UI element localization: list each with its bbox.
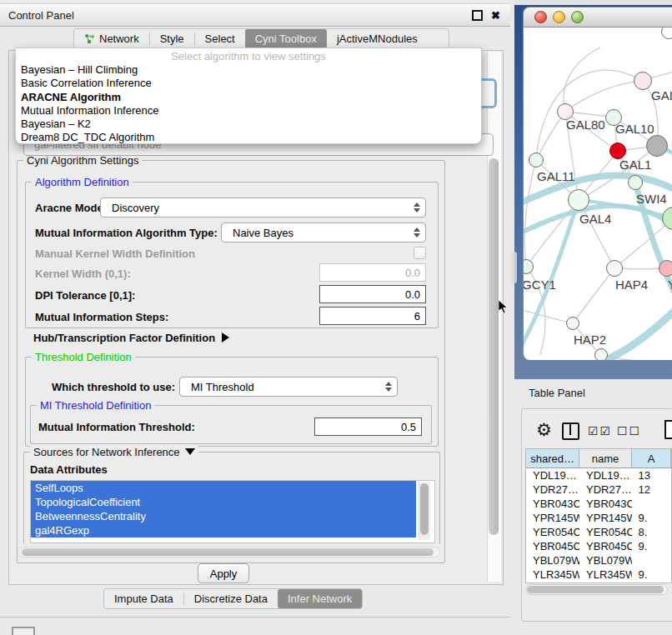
node-label: HAP2 bbox=[574, 332, 606, 347]
tab-cyni-toolbox[interactable]: Cyni Toolbox bbox=[245, 29, 327, 48]
deselect-all-icon[interactable]: ☐☐ bbox=[617, 424, 641, 438]
table-row[interactable]: YLR345WYLR345W9. bbox=[526, 568, 671, 582]
table-cell: YBL079W bbox=[579, 553, 632, 568]
attribute-item[interactable]: SelfLoops bbox=[31, 481, 416, 495]
column-header[interactable]: name bbox=[579, 449, 632, 468]
algorithm-option[interactable]: Basic Correlation Inference bbox=[16, 77, 481, 90]
split-view-icon[interactable] bbox=[562, 422, 579, 440]
table-cell: YPR145W bbox=[526, 511, 579, 525]
apply-button[interactable]: Apply bbox=[198, 563, 249, 583]
network-canvas[interactable]: GALGAL80GAL10GAL1GAL11SWI4GAL4GCY1HAP4YH… bbox=[523, 28, 672, 360]
bottom-tab-infer-network[interactable]: Infer Network bbox=[278, 589, 362, 608]
attribute-item[interactable]: TopologicalCoefficient bbox=[31, 495, 416, 509]
network-node-swi4[interactable] bbox=[628, 175, 643, 190]
manual-kernel-checkbox[interactable] bbox=[414, 247, 426, 259]
network-node-hap2[interactable] bbox=[566, 317, 579, 330]
settings-horizontal-scrollbar-thumb[interactable] bbox=[22, 548, 434, 556]
minimize-traffic-light-icon[interactable] bbox=[553, 11, 565, 23]
table-cell: 9 bbox=[632, 582, 671, 583]
network-window-titlebar[interactable] bbox=[523, 7, 672, 28]
network-node-gal11[interactable] bbox=[529, 152, 544, 168]
sources-legend-toggle[interactable]: Sources for Network Inference bbox=[30, 446, 198, 458]
node-label: GAL1 bbox=[619, 158, 651, 172]
aracne-mode-combo[interactable]: Discovery bbox=[100, 198, 426, 218]
column-header[interactable]: A bbox=[632, 449, 671, 468]
network-edge bbox=[564, 48, 600, 112]
hub-section-toggle[interactable]: Hub/Transcription Factor Definition bbox=[33, 332, 229, 344]
mi-steps-field[interactable] bbox=[319, 307, 426, 325]
manual-kernel-label: Manual Kernel Width Definition bbox=[35, 248, 195, 260]
tab-label: Select bbox=[205, 32, 235, 45]
tab-select[interactable]: Select bbox=[195, 29, 245, 48]
network-node[interactable] bbox=[646, 135, 668, 157]
network-node-gal[interactable] bbox=[634, 72, 652, 90]
mi-type-combo[interactable]: Naive Bayes bbox=[221, 222, 426, 242]
dpi-tolerance-field[interactable] bbox=[319, 285, 426, 303]
table-row[interactable]: YBR043CYBR043C bbox=[526, 497, 671, 511]
node-label: HAP4 bbox=[615, 278, 648, 292]
table-row[interactable]: YPR145WYPR145W9. bbox=[526, 511, 671, 525]
split-pane-grip[interactable] bbox=[511, 252, 517, 283]
zoom-traffic-light-icon[interactable] bbox=[571, 11, 584, 23]
close-icon[interactable]: ✖ bbox=[491, 9, 500, 22]
table-cell: 9. bbox=[632, 511, 671, 525]
table-row[interactable]: YDR27…YDR27…12 bbox=[526, 482, 671, 497]
node-label: GAL80 bbox=[566, 118, 605, 132]
network-node-y[interactable] bbox=[659, 260, 672, 277]
tab-label: Infer Network bbox=[288, 592, 352, 605]
table-row[interactable]: YDL19…YDL19…13 bbox=[526, 468, 671, 482]
dpi-tolerance-label: DPI Tolerance [0,1]: bbox=[35, 289, 135, 302]
tab-style[interactable]: Style bbox=[150, 29, 194, 48]
bottom-tab-impute-data[interactable]: Impute Data bbox=[104, 589, 183, 608]
attributes-scrollbar-thumb[interactable] bbox=[420, 483, 429, 535]
tab-network[interactable]: Network bbox=[74, 29, 149, 48]
table-cell: 9. bbox=[632, 539, 671, 553]
aracne-mode-value: Discovery bbox=[101, 202, 409, 214]
data-attributes-list: SelfLoopsTopologicalCoefficientBetweenne… bbox=[30, 480, 435, 543]
data-attributes-label: Data Attributes bbox=[30, 463, 108, 476]
tab-label: jActiveMNodules bbox=[337, 32, 418, 45]
gear-icon[interactable]: ⚙ bbox=[536, 420, 552, 440]
algorithm-option[interactable]: ARACNE Algorithm bbox=[16, 91, 481, 104]
select-all-icon[interactable]: ☑☑ bbox=[588, 424, 612, 438]
algorithm-option[interactable]: Mutual Information Inference bbox=[16, 104, 481, 118]
column-header[interactable]: shared… bbox=[526, 449, 579, 468]
tab-label: Style bbox=[160, 32, 184, 45]
table-cell: YBL079W bbox=[526, 553, 579, 568]
kernel-width-field[interactable] bbox=[319, 263, 426, 282]
algorithm-option[interactable]: Bayesian – Hill Climbing bbox=[16, 63, 481, 77]
node-label: Y bbox=[668, 278, 672, 292]
stepper-icon bbox=[409, 223, 425, 242]
table-horizontal-scrollbar-thumb[interactable] bbox=[527, 586, 664, 593]
algorithm-option[interactable]: Bayesian – K2 bbox=[16, 118, 481, 131]
mi-threshold-field[interactable] bbox=[314, 418, 422, 436]
minimized-panel-icon[interactable] bbox=[12, 627, 35, 635]
tab-label: Cyni Toolbox bbox=[255, 32, 317, 45]
control-panel-tabs: NetworkStyleSelectCyni ToolboxjActiveMNo… bbox=[73, 28, 449, 49]
bottom-tab-discretize-data[interactable]: Discretize Data bbox=[184, 589, 278, 608]
which-threshold-combo[interactable]: MI Threshold bbox=[179, 377, 398, 397]
settings-vertical-scrollbar-thumb[interactable] bbox=[489, 158, 499, 535]
network-node-gal1[interactable] bbox=[609, 142, 626, 159]
attribute-item[interactable]: BetweennessCentrality bbox=[31, 509, 416, 523]
node-label: GAL4 bbox=[579, 212, 611, 226]
table-row[interactable]: YBR045CYBR045C9. bbox=[526, 539, 671, 553]
algorithm-option[interactable]: Dream8 DC_TDC Algorithm bbox=[16, 131, 481, 144]
tab-jactivemnodules[interactable]: jActiveMNodules bbox=[327, 29, 428, 48]
mi-type-label: Mutual Information Algorithm Type: bbox=[35, 227, 218, 239]
table-cell: YER054C bbox=[579, 525, 632, 539]
attribute-item[interactable]: gal4RGexp bbox=[31, 523, 416, 538]
network-node[interactable] bbox=[594, 348, 608, 360]
new-table-icon[interactable] bbox=[664, 420, 672, 439]
network-node-gal4[interactable] bbox=[568, 189, 589, 211]
which-threshold-label: Which threshold to use: bbox=[52, 381, 175, 393]
node-label: GCY1 bbox=[523, 278, 556, 292]
close-traffic-light-icon[interactable] bbox=[534, 11, 547, 23]
network-node-hap4[interactable] bbox=[606, 260, 623, 277]
network-edge bbox=[524, 160, 536, 267]
table-row[interactable]: YER054CYER054C8. bbox=[526, 525, 671, 539]
float-window-icon[interactable] bbox=[472, 10, 483, 21]
table-body: YDL19…YDL19…13YDR27…YDR27…12YBR043CYBR04… bbox=[526, 468, 671, 583]
table-row[interactable]: YIL052CYIL052C9 bbox=[526, 582, 671, 583]
table-row[interactable]: YBL079WYBL079W bbox=[526, 553, 671, 568]
